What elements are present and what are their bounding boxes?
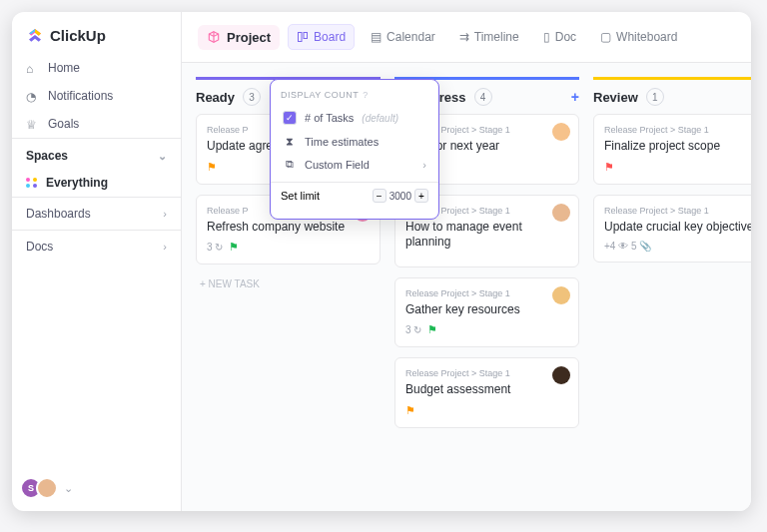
sidebar-everything[interactable]: Everything: [12, 169, 181, 197]
whiteboard-icon: ▢: [600, 30, 611, 44]
display-count-popup: DISPLAY COUNT ?✓# of Tasks (default)⧗Tim…: [270, 79, 439, 220]
sidebar: ClickUp ⌂Home ◔Notifications ♕Goals Spac…: [12, 12, 182, 511]
view-timeline[interactable]: ⇉Timeline: [451, 25, 527, 49]
view-calendar[interactable]: ▤Calendar: [363, 25, 443, 49]
chevron-down-icon: ⌄: [64, 482, 73, 495]
board-icon: [297, 31, 309, 43]
view-whiteboard[interactable]: ▢Whiteboard: [592, 25, 685, 49]
brand-logo: ClickUp: [12, 12, 181, 54]
add-card-button[interactable]: +: [571, 89, 579, 105]
card-meta: 3 ↻: [207, 242, 223, 253]
nav-goals[interactable]: ♕Goals: [12, 110, 181, 138]
chevron-right-icon: ›: [422, 159, 426, 171]
limit-stepper[interactable]: −3000+: [373, 189, 428, 203]
chevron-down-icon: ⌄: [158, 150, 167, 163]
grid-dots-icon: [26, 178, 38, 188]
column-header[interactable]: Review1+: [593, 77, 751, 114]
doc-icon: ▯: [543, 30, 550, 44]
main-area: Project Board ▤Calendar ⇉Timeline ▯Doc ▢…: [182, 12, 751, 511]
popup-option[interactable]: ⧉Custom Field›: [281, 153, 428, 176]
column-ready: Ready3+Release PUpdate agreem⚑Release PR…: [196, 77, 381, 497]
nav-notifications[interactable]: ◔Notifications: [12, 82, 181, 110]
brand-name: ClickUp: [50, 27, 106, 44]
set-limit-label: Set limit: [281, 190, 320, 202]
card-title: Gather key resources: [405, 302, 568, 318]
column-title: Review: [593, 90, 638, 105]
sidebar-docs[interactable]: Docs›: [12, 230, 181, 263]
card-title: Update crucial key objectives: [604, 220, 751, 236]
decrement-button[interactable]: −: [373, 189, 386, 203]
external-icon: ⧉: [283, 158, 297, 171]
calendar-icon: ▤: [371, 30, 382, 44]
trophy-icon: ♕: [26, 118, 40, 130]
flag-icon: ⚑: [207, 161, 217, 174]
chevron-right-icon: ›: [163, 208, 167, 220]
popup-option[interactable]: ✓# of Tasks (default): [281, 106, 428, 130]
card-title: Refresh company website: [207, 220, 370, 236]
topbar: Project Board ▤Calendar ⇉Timeline ▯Doc ▢…: [182, 12, 751, 63]
chevron-right-icon: ›: [163, 241, 167, 253]
assignee-avatar[interactable]: [552, 123, 570, 141]
new-task-button[interactable]: + NEW TASK: [196, 274, 381, 293]
assignee-avatar[interactable]: [552, 204, 570, 222]
popup-title: DISPLAY COUNT ?: [281, 90, 428, 100]
nav-home[interactable]: ⌂Home: [12, 54, 181, 82]
popup-option[interactable]: ⧗Time estimates: [281, 130, 428, 153]
card-breadcrumb: Release Project > Stage 1: [405, 288, 568, 298]
column-review: Review1+Release Project > Stage 1Finaliz…: [593, 77, 751, 497]
clickup-logo-icon: [26, 26, 44, 44]
task-card[interactable]: Release Project > Stage 1Budget assessme…: [394, 357, 579, 428]
sidebar-dashboards[interactable]: Dashboards›: [12, 197, 181, 230]
column-count: 1: [646, 88, 664, 106]
task-card[interactable]: Release Project > Stage 1Finalize projec…: [593, 114, 751, 185]
card-breadcrumb: Release Project > Stage 1: [604, 125, 751, 135]
view-doc[interactable]: ▯Doc: [535, 25, 584, 49]
svg-rect-1: [304, 33, 308, 39]
card-title: Budget assessment: [405, 382, 568, 398]
assignee-avatar[interactable]: [552, 286, 570, 304]
project-pill[interactable]: Project: [198, 25, 280, 50]
spaces-header[interactable]: Spaces⌄: [12, 138, 181, 169]
home-icon: ⌂: [26, 62, 40, 74]
limit-value: 3000: [389, 191, 411, 202]
flag-icon: ⚑: [604, 161, 614, 174]
task-card[interactable]: Release Project > Stage 1Gather key reso…: [394, 277, 579, 348]
task-card[interactable]: Release Project > Stage 1Update crucial …: [593, 195, 751, 264]
card-title: Finalize project scope: [604, 139, 751, 155]
avatar[interactable]: [36, 477, 58, 499]
bell-icon: ◔: [26, 90, 40, 102]
user-avatars[interactable]: S ⌄: [12, 465, 181, 511]
help-icon[interactable]: ?: [363, 90, 369, 100]
flag-icon: ⚑: [427, 323, 437, 336]
column-count: 3: [243, 88, 261, 106]
card-meta: 3 ↻: [405, 324, 421, 335]
card-title: How to manage event planning: [405, 220, 568, 251]
flag-icon: ⚑: [229, 241, 239, 254]
card-meta: +4 👁 5 📎: [604, 241, 651, 252]
checkbox-icon: ✓: [283, 111, 297, 125]
column-count: 4: [474, 88, 492, 106]
flag-icon: ⚑: [405, 404, 415, 417]
hourglass-icon: ⧗: [283, 135, 297, 148]
kanban-board: Ready3+Release PUpdate agreem⚑Release PR…: [182, 63, 751, 511]
timeline-icon: ⇉: [459, 30, 469, 44]
card-breadcrumb: Release Project > Stage 1: [405, 368, 568, 378]
card-breadcrumb: Release Project > Stage 1: [604, 206, 751, 216]
view-board[interactable]: Board: [288, 24, 355, 50]
svg-rect-0: [299, 33, 303, 42]
column-title: Ready: [196, 90, 235, 105]
increment-button[interactable]: +: [414, 189, 428, 203]
cube-icon: [207, 30, 221, 44]
